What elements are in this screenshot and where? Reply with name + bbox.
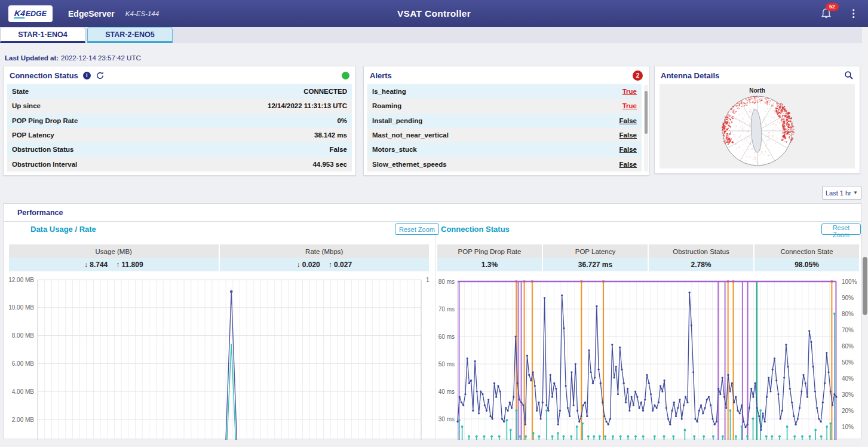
stats-header: Obstruction Status: [649, 244, 753, 258]
alert-value-link[interactable]: True: [622, 88, 637, 95]
stats-value: 98.05%: [754, 258, 859, 271]
tab-star-1-eno4[interactable]: STAR-1-ENO4: [0, 27, 85, 43]
svg-text:60%: 60%: [842, 343, 854, 350]
alert-value-link[interactable]: False: [619, 117, 637, 124]
stats-column: Obstruction Status2.78%: [649, 244, 753, 271]
row-label: Motors_stuck: [372, 146, 417, 153]
table-row: POP Ping Drop Rate0%: [7, 114, 352, 128]
logo-edge-text: EDGE: [26, 10, 47, 18]
row-label: Is_heating: [372, 88, 406, 95]
upload-arrow-icon: ↑ 11.809: [116, 261, 143, 269]
table-row: Slow_ethernet_speedsFalse: [367, 157, 642, 172]
refresh-icon[interactable]: [96, 71, 105, 80]
row-label: Up since: [12, 102, 41, 109]
performance-title: Performance: [17, 209, 63, 217]
last-updated: Last Updated at:2022-12-14 23:57:42 UTC: [5, 54, 141, 62]
svg-text:30%: 30%: [842, 391, 854, 398]
performance-panel: Performance Data Usage / Rate Reset Zoom…: [3, 203, 861, 439]
row-label: Install_pending: [372, 117, 422, 124]
alert-value-link[interactable]: True: [622, 102, 637, 109]
connection-status-rows: StateCONNECTEDUp since12/14/2022 11:31:1…: [7, 84, 352, 172]
stats-value: ↓ 0.020↑ 0.027: [220, 258, 430, 271]
stats-header: Connection State: [754, 244, 859, 258]
row-label: Slow_ethernet_speeds: [372, 161, 447, 168]
svg-text:90%: 90%: [842, 295, 854, 301]
row-label: State: [12, 88, 29, 95]
chevron-down-icon: ▼: [853, 190, 858, 195]
download-arrow-icon: ↓ 8.744: [84, 261, 108, 269]
connection-panel-title: Connection Status: [441, 225, 510, 234]
svg-text:20%: 20%: [842, 408, 854, 414]
connection-status-chart[interactable]: 80 ms70 ms60 ms50 ms40 ms30 ms100%90%80%…: [435, 275, 863, 440]
page-scrollbar[interactable]: [862, 27, 868, 447]
stats-header: POP Latency: [543, 244, 648, 258]
row-value: False: [330, 146, 347, 153]
alerts-card: Alerts 2 Is_heatingTrueRoamingTrueInstal…: [363, 66, 649, 176]
connection-status-title: Connection Status: [10, 71, 78, 80]
connection-reset-zoom-button[interactable]: Reset Zoom: [821, 223, 861, 235]
row-label: POP Latency: [12, 131, 54, 139]
connection-stats-table: POP Ping Drop Rate1.3%POP Latency36.727 …: [437, 244, 859, 271]
time-range-select[interactable]: Last 1 hr ▼: [822, 186, 861, 200]
notifications-button[interactable]: 52: [821, 8, 833, 20]
alerts-scrollbar[interactable]: [644, 85, 648, 172]
table-row: Obstruction StatusFalse: [7, 142, 352, 157]
alerts-scrollbar-thumb[interactable]: [645, 91, 648, 134]
connected-status-dot: [342, 72, 349, 79]
tab-bar: STAR-1-ENO4 STAR-2-ENO5: [0, 27, 868, 43]
stats-header: Rate (Mbps): [220, 244, 430, 258]
table-row: Is_heatingTrue: [367, 84, 642, 99]
table-row: POP Latency38.142 ms: [7, 128, 352, 142]
svg-text:70%: 70%: [842, 327, 854, 333]
svg-text:10.00 MB: 10.00 MB: [9, 304, 34, 311]
table-row: Up since12/14/2022 11:31:13 UTC: [7, 99, 352, 113]
tab-star-2-eno5[interactable]: STAR-2-ENO5: [87, 27, 173, 43]
compass-north-label: North: [660, 84, 855, 94]
page-scrollbar-thumb[interactable]: [863, 257, 867, 315]
info-icon[interactable]: i: [83, 72, 91, 79]
row-value: 12/14/2022 11:31:13 UTC: [268, 102, 347, 109]
k4edge-logo[interactable]: K4 EDGE: [8, 5, 53, 22]
notification-count-badge: 52: [826, 3, 839, 11]
svg-text:8.00 MB: 8.00 MB: [12, 332, 35, 339]
alert-value-link[interactable]: False: [619, 131, 637, 139]
svg-text:50%: 50%: [842, 359, 854, 366]
server-id: K4-ES-144: [125, 10, 159, 17]
stats-value: 2.78%: [649, 258, 753, 271]
usage-stats-table: Usage (MB)↓ 8.744↑ 11.809Rate (Mbps)↓ 0.…: [9, 244, 429, 271]
connection-status-card: Connection Status i StateCONNECTEDUp sin…: [3, 66, 356, 176]
svg-text:12.00 MB: 12.00 MB: [9, 277, 34, 283]
app-name: EdgeServer: [68, 9, 115, 19]
row-value: CONNECTED: [303, 88, 347, 95]
svg-text:50 ms: 50 ms: [438, 361, 455, 368]
stats-column: Rate (Mbps)↓ 0.020↑ 0.027: [220, 244, 430, 271]
svg-text:100%: 100%: [842, 278, 857, 285]
alert-value-link[interactable]: False: [619, 161, 637, 168]
stats-header: POP Ping Drop Rate: [437, 244, 542, 258]
svg-text:60 ms: 60 ms: [438, 333, 455, 340]
svg-text:70 ms: 70 ms: [438, 306, 455, 313]
svg-text:10%: 10%: [842, 424, 854, 430]
alert-value-link[interactable]: False: [619, 146, 637, 153]
stats-value: ↓ 8.744↑ 11.809: [9, 258, 219, 271]
table-row: Install_pendingFalse: [367, 114, 642, 128]
data-usage-chart[interactable]: 12.00 MB10.00 MB8.00 MB6.00 MB4.00 MB2.0…: [9, 275, 432, 440]
antenna-details-card: Antenna Details North: [654, 66, 860, 174]
page-bottom-strip: [0, 440, 868, 447]
time-range-value: Last 1 hr: [826, 189, 851, 197]
row-value: 44.953 sec: [312, 161, 347, 168]
svg-text:2.00 MB: 2.00 MB: [12, 417, 35, 423]
svg-text:80 ms: 80 ms: [438, 278, 455, 285]
usage-reset-zoom-button[interactable]: Reset Zoom: [395, 223, 439, 235]
svg-text:40%: 40%: [842, 375, 854, 382]
stats-column: Connection State98.05%: [754, 244, 859, 271]
svg-text:1: 1: [426, 277, 430, 283]
row-label: Obstruction Status: [12, 146, 74, 153]
upload-arrow-icon: ↑ 0.027: [329, 261, 352, 269]
svg-text:80%: 80%: [842, 311, 854, 317]
alerts-title: Alerts: [370, 71, 392, 80]
kebab-menu-icon[interactable]: ⋮: [848, 10, 858, 18]
last-updated-label: Last Updated at:: [5, 54, 59, 62]
search-icon[interactable]: [844, 71, 854, 80]
usage-panel-title: Data Usage / Rate: [30, 225, 96, 234]
